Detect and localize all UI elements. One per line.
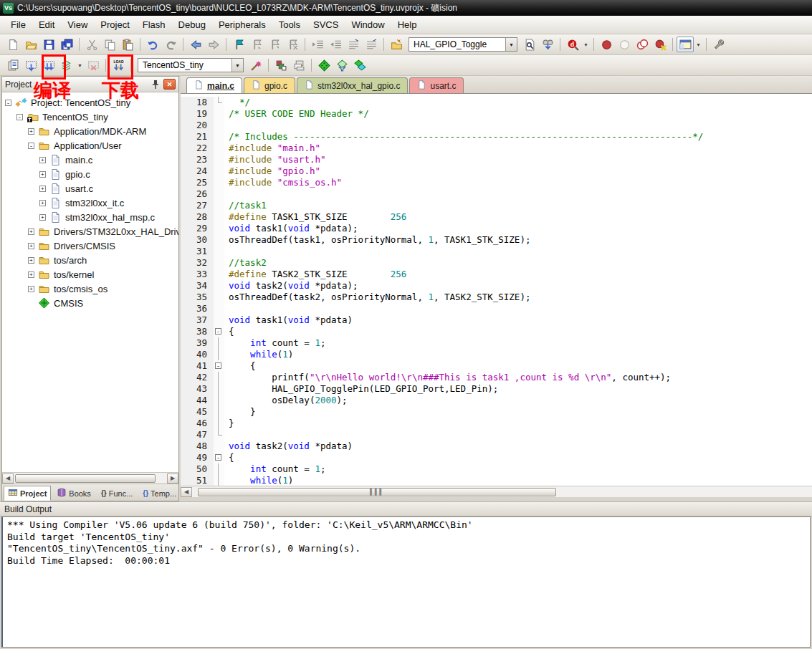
fold-collapse-icon[interactable]: - [215, 328, 221, 335]
save-all-icon[interactable] [58, 37, 75, 52]
scroll-right-icon[interactable]: ▶ [167, 473, 178, 484]
tree-item[interactable]: +Drivers/CMSIS [2, 239, 178, 253]
editor-tab-main-c[interactable]: main.c [186, 77, 242, 93]
build-icon[interactable] [22, 57, 39, 73]
open-folder-icon[interactable] [22, 37, 39, 52]
wrench-icon[interactable] [710, 37, 727, 52]
tree-item[interactable]: CMSIS [2, 296, 178, 310]
tree-item[interactable]: +stm32l0xx_it.c [2, 196, 178, 210]
tree-expander-icon[interactable]: + [28, 128, 34, 135]
tree-expander-icon[interactable]: - [28, 143, 34, 149]
dropdown-caret-icon[interactable]: ▼ [76, 63, 84, 68]
fold-margin[interactable]: - [214, 360, 224, 372]
menu-window[interactable]: Window [345, 17, 391, 32]
menu-flash[interactable]: Flash [136, 17, 172, 32]
stop-build-icon[interactable] [85, 57, 102, 73]
tree-expander-icon[interactable]: - [16, 114, 23, 120]
tree-item[interactable]: +tos/cmsis_os [2, 282, 178, 296]
combo-dropdown-button[interactable]: ▼ [231, 59, 243, 72]
target-combo[interactable]: TencentOS_tiny▼ [138, 58, 244, 72]
tree-item[interactable]: -Application/User [2, 138, 178, 153]
scroll-left-icon[interactable]: ◀ [2, 473, 14, 484]
tree-expander-icon[interactable]: - [5, 100, 11, 106]
file-combo[interactable]: HAL_GPIO_Toggle▼ [409, 37, 517, 52]
tree-item[interactable]: +Drivers/STM32L0xx_HAL_Driv [2, 224, 178, 239]
tree-item[interactable]: +tos/arch [2, 253, 178, 267]
comment-icon[interactable] [345, 37, 362, 52]
menu-peripherals[interactable]: Peripherals [212, 17, 272, 32]
menu-help[interactable]: Help [391, 17, 424, 32]
translate-icon[interactable] [4, 57, 22, 73]
fold-collapse-icon[interactable]: - [215, 454, 221, 461]
new-file-icon[interactable] [4, 37, 22, 52]
editor-tab-gpio-c[interactable]: gpio.c [244, 77, 295, 93]
project-tree-hscrollbar[interactable]: ◀ ▶ [2, 472, 178, 484]
wand-icon[interactable] [247, 57, 264, 73]
paste-icon[interactable] [119, 37, 136, 52]
tree-expander-icon[interactable]: + [39, 186, 46, 192]
copy-icon[interactable] [101, 37, 118, 52]
flag-clear-icon[interactable] [284, 37, 301, 52]
tree-expander-icon[interactable]: + [39, 171, 46, 178]
tree-expander-icon[interactable]: + [28, 229, 34, 235]
editor-tab-usart-c[interactable]: usart.c [409, 77, 464, 93]
workspace-tab-func[interactable]: {}Func... [97, 486, 137, 501]
save-icon[interactable] [40, 37, 57, 52]
tree-item[interactable]: +stm32l0xx_hal_msp.c [2, 210, 178, 224]
bp-x-icon[interactable] [651, 37, 669, 52]
target-opts-icon[interactable] [272, 57, 290, 73]
flag-prev-icon[interactable] [266, 37, 283, 52]
analysis-win-icon[interactable] [677, 37, 694, 52]
flag-next-icon[interactable] [248, 37, 265, 52]
search-next-icon[interactable] [539, 37, 556, 52]
bp-2-icon[interactable] [634, 37, 651, 52]
build-output-log[interactable]: *** Using Compiler 'V5.06 update 6 (buil… [1, 516, 811, 648]
dropdown-caret-icon[interactable]: ▼ [582, 42, 590, 47]
workspace-tab-books[interactable]: Books [52, 486, 95, 501]
flag-icon[interactable] [230, 37, 247, 52]
dropdown-caret-icon[interactable]: ▼ [694, 42, 702, 47]
close-icon[interactable]: ✕ [163, 79, 176, 90]
indent-left-icon[interactable] [327, 37, 344, 52]
redo-icon[interactable] [162, 37, 179, 52]
menu-tools[interactable]: Tools [272, 17, 307, 32]
fold-collapse-icon[interactable]: - [215, 362, 221, 369]
indent-right-icon[interactable] [309, 37, 326, 52]
cut-icon[interactable] [83, 37, 100, 52]
workspace-tab-project[interactable]: Project [4, 486, 51, 501]
find-in-files-icon[interactable] [521, 37, 538, 52]
menu-file[interactable]: File [4, 17, 32, 32]
d-search-icon[interactable]: d [564, 37, 581, 52]
fold-margin[interactable]: - [214, 326, 224, 337]
tree-item[interactable]: +main.c [2, 153, 178, 167]
code-editor[interactable]: 18 */19/* USER CODE END Header */2021/* … [181, 94, 812, 487]
tree-item[interactable]: +gpio.c [2, 167, 178, 181]
tree-item[interactable]: -Project: TencentOS_tiny [2, 95, 178, 110]
pin-icon[interactable] [150, 79, 161, 90]
editor-hscrollbar[interactable]: ◀ ▌▌▌ [181, 486, 812, 497]
menu-project[interactable]: Project [94, 17, 135, 32]
tree-expander-icon[interactable]: + [28, 286, 34, 292]
tree-expander-icon[interactable]: + [39, 214, 46, 221]
menu-view[interactable]: View [61, 17, 94, 32]
menu-svcs[interactable]: SVCS [307, 17, 345, 32]
tree-item[interactable]: +Application/MDK-ARM [2, 124, 178, 138]
bp-o-icon[interactable] [616, 37, 633, 52]
uncomment-icon[interactable] [363, 37, 380, 52]
combo-dropdown-button[interactable]: ▼ [505, 38, 517, 51]
forward-icon[interactable] [205, 37, 222, 52]
back-icon[interactable] [187, 37, 204, 52]
tree-expander-icon[interactable]: + [28, 243, 34, 249]
tree-item[interactable]: -TencentOS_tiny [2, 110, 178, 124]
tree-expander-icon[interactable]: + [39, 157, 46, 163]
tree-expander-icon[interactable]: + [28, 257, 34, 264]
tree-item[interactable]: +usart.c [2, 181, 178, 196]
tree-expander-icon[interactable]: + [28, 271, 34, 278]
rte-icon[interactable] [315, 57, 333, 73]
undo-icon[interactable] [144, 37, 161, 52]
scrollbar-thumb[interactable] [15, 474, 156, 483]
menu-debug[interactable]: Debug [172, 17, 212, 32]
packs-icon[interactable] [333, 57, 350, 73]
tree-item[interactable]: +tos/kernel [2, 267, 178, 282]
browse-book-icon[interactable] [388, 37, 405, 52]
